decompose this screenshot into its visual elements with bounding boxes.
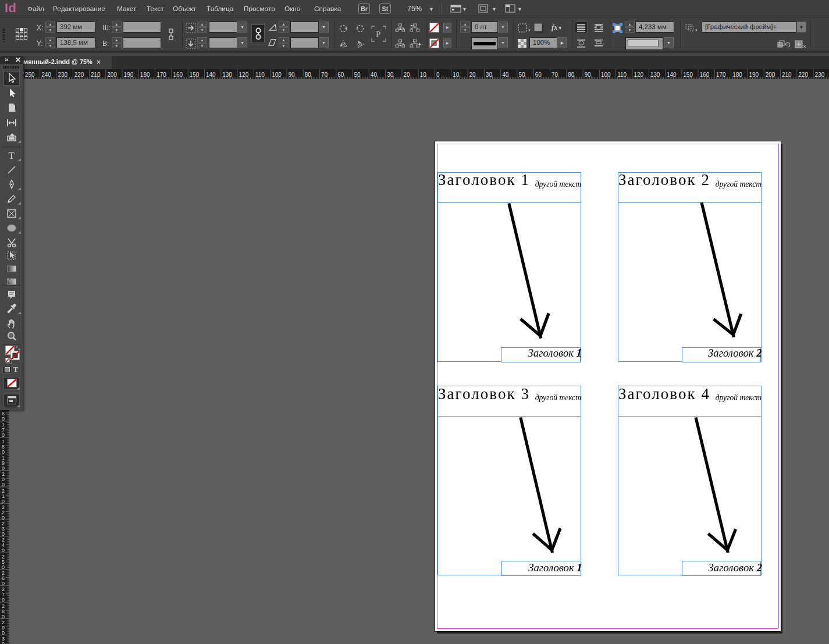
svg-text:T: T [9, 150, 15, 161]
